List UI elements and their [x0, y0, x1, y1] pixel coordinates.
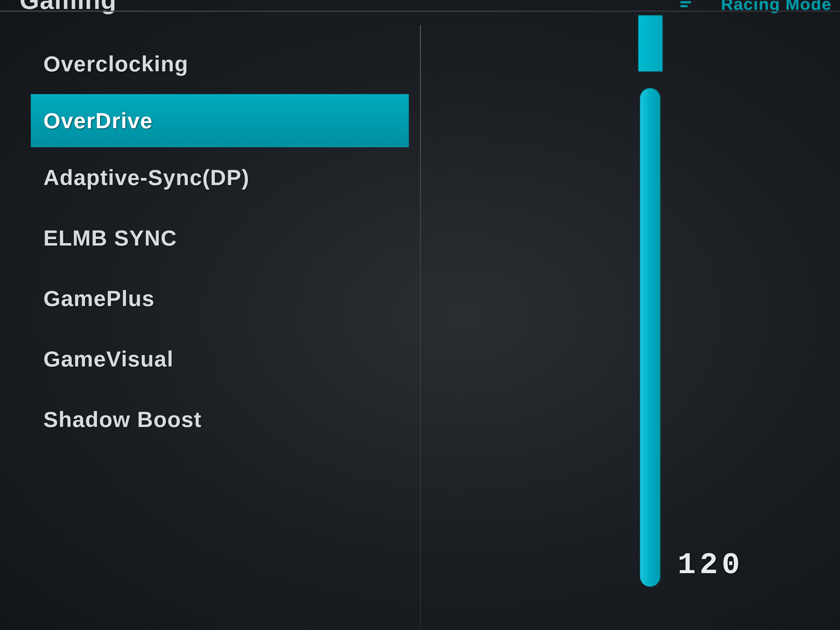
mode-icon [681, 0, 695, 7]
menu-divider [420, 25, 421, 630]
slider-area: 120 [622, 16, 734, 620]
menu-panel: Overclocking OverDrive Adaptive-Sync(DP)… [31, 33, 409, 450]
menu-item-adaptive-sync[interactable]: Adaptive-Sync(DP) [31, 147, 409, 208]
slider-track[interactable] [640, 88, 660, 587]
slider-thumb[interactable] [638, 16, 663, 71]
menu-item-overclocking[interactable]: Overclocking [31, 33, 409, 94]
header-divider [0, 11, 840, 12]
menu-item-gameplus[interactable]: GamePlus [31, 268, 409, 329]
menu-item-gamevisual[interactable]: GameVisual [31, 329, 409, 389]
slider-value: 120 [677, 548, 744, 582]
menu-item-shadow-boost[interactable]: Shadow Boost [31, 389, 409, 450]
menu-item-overdrive[interactable]: OverDrive [31, 94, 409, 147]
section-title: Gaming [20, 0, 117, 15]
menu-item-elmb-sync[interactable]: ELMB SYNC [31, 208, 409, 268]
